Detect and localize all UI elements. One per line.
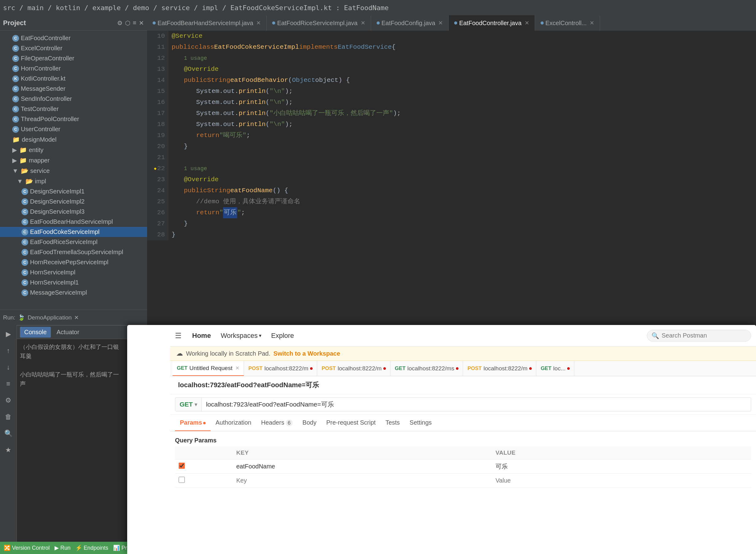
sidebar-item-eatfoodbearhandserviceimpl[interactable]: C EatFoodBearHandServiceImpl: [0, 217, 147, 227]
sidebar-collapse-icon[interactable]: ≡: [133, 19, 136, 26]
ide-filetab-2[interactable]: EatFoodConfig.java ✕: [371, 15, 449, 31]
new-row-value-cell[interactable]: [492, 474, 751, 488]
pm-req-tab-3[interactable]: GET localhost:8222/ms: [390, 361, 463, 376]
icon-settings[interactable]: ⚙: [2, 394, 14, 406]
pm-req-tab-4[interactable]: POST localhost:8222/m: [463, 361, 536, 376]
ide-filetab-0[interactable]: EatFoodBearHandServiceImpl.java ✕: [147, 15, 267, 31]
new-row-checkbox[interactable]: [179, 477, 185, 483]
pm-inner-tab-params[interactable]: Params: [175, 415, 210, 431]
sidebar-item-eatfoodcokeserviceimpl[interactable]: C EatFoodCokeServiceImpl: [0, 227, 147, 237]
table-row-new: [175, 474, 751, 488]
pm-inner-tab-prerequest[interactable]: Pre-request Script: [321, 415, 381, 431]
sidebar-item-designmodel[interactable]: 📁 designModel: [0, 134, 147, 145]
sidebar-item-service[interactable]: ▼📂 service: [0, 166, 147, 176]
class-icon: C: [12, 126, 19, 133]
pm-req-tab-5[interactable]: GET loc...: [536, 361, 574, 376]
search-input[interactable]: [662, 332, 747, 339]
ide-filetab-4[interactable]: ExcelControll... ✕: [535, 15, 600, 31]
code-area: 10 11 12 13 14 15 16 17 18 19 20 21 ◆22 …: [147, 31, 756, 240]
pm-method-select[interactable]: GET ▾: [175, 397, 202, 411]
sidebar-item-threadpoolcontroller[interactable]: C ThreadPoolController: [0, 114, 147, 124]
sidebar-item-messagesender[interactable]: C MessageSender: [0, 84, 147, 94]
console-tab-console[interactable]: Console: [20, 327, 51, 338]
sidebar-item-designserviceimpl1[interactable]: C DesignServiceImpl1: [0, 186, 147, 197]
sidebar-item-testcontroller[interactable]: C TestController: [0, 104, 147, 114]
pm-inner-tab-tests[interactable]: Tests: [381, 415, 405, 431]
row-key-cell[interactable]: [233, 459, 492, 474]
new-row-checkbox-cell[interactable]: [175, 474, 233, 488]
pm-req-tab-1[interactable]: POST localhost:8222/m: [244, 361, 317, 376]
postman-search[interactable]: 🔍: [647, 330, 751, 341]
sidebar-item-designserviceimpl2[interactable]: C DesignServiceImpl2: [0, 197, 147, 207]
unsaved-dot: [567, 367, 570, 370]
banner-switch-link[interactable]: Switch to a Workspace: [273, 350, 340, 357]
pm-inner-tab-body[interactable]: Body: [298, 415, 321, 431]
tab-close-icon[interactable]: ✕: [235, 365, 239, 371]
pm-url-input[interactable]: [202, 397, 751, 411]
pm-req-tab-2[interactable]: POST localhost:8222/m: [317, 361, 390, 376]
sidebar-item-sendinfocontroller[interactable]: C SendInfoController: [0, 94, 147, 104]
code-line-20: }: [172, 141, 753, 152]
row-checkbox[interactable]: [179, 463, 185, 469]
param-key-input[interactable]: [236, 463, 488, 470]
icon-list[interactable]: ≡: [2, 378, 14, 390]
pm-inner-tab-headers[interactable]: Headers6: [256, 415, 298, 431]
sidebar-item-excelcontroller[interactable]: C ExcelController: [0, 43, 147, 53]
new-param-key-input[interactable]: [236, 477, 488, 484]
icon-trash[interactable]: 🗑: [2, 411, 14, 423]
icon-down[interactable]: ↓: [2, 361, 14, 374]
icon-up[interactable]: ↑: [2, 345, 14, 357]
sidebar-settings-icon[interactable]: ⚙: [117, 19, 123, 27]
sidebar-item-designserviceimpl3[interactable]: C DesignServiceImpl3: [0, 207, 147, 217]
method-label: POST: [467, 366, 482, 372]
class-icon: C: [21, 229, 28, 235]
sidebar-item-entity[interactable]: ▶📁 entity: [0, 145, 147, 155]
sidebar-item-eatfoodriceserviceimpl[interactable]: C EatFoodRiceServiceImpl: [0, 237, 147, 247]
pm-inner-tab-authorization[interactable]: Authorization: [210, 415, 256, 431]
tab-close-1[interactable]: ✕: [361, 20, 365, 26]
icon-search[interactable]: 🔍: [2, 427, 14, 440]
class-icon: C: [21, 188, 28, 195]
pm-inner-tab-settings[interactable]: Settings: [405, 415, 437, 431]
pm-nav-home[interactable]: Home: [188, 329, 215, 342]
new-row-key-cell[interactable]: [233, 474, 492, 488]
sidebar-item-messageserviceimpl[interactable]: C MessageServiceImpl: [0, 288, 147, 298]
run-app-close[interactable]: ✕: [74, 314, 79, 321]
tab-close-3[interactable]: ✕: [525, 20, 529, 26]
pm-menu-icon[interactable]: ☰: [175, 331, 182, 340]
sidebar-item-fileoperacontroller[interactable]: C FileOperaController: [0, 53, 147, 63]
sidebar-item-hornreceivepepserviceimpl[interactable]: C HornReceivePepServiceImpl: [0, 257, 147, 267]
ide-filetab-1[interactable]: EatFoodRiceServiceImpl.java ✕: [267, 15, 371, 31]
tab-label: localhost:8222/m: [264, 365, 309, 372]
sidebar-item-mapper[interactable]: ▶📁 mapper: [0, 155, 147, 166]
sidebar-item-hornserviceimpl[interactable]: C HornServiceImpl: [0, 267, 147, 277]
row-value-cell[interactable]: [492, 459, 751, 474]
sidebar-item-horncontroller[interactable]: C HornController: [0, 63, 147, 73]
sidebar-expand-icon[interactable]: ⬡: [125, 19, 130, 27]
icon-run[interactable]: ▶: [2, 328, 14, 340]
row-checkbox-cell[interactable]: [175, 459, 233, 474]
expand-icon: ▶: [12, 146, 17, 154]
status-version-control[interactable]: 🔀 Version Control: [4, 545, 50, 551]
pm-nav-workspaces[interactable]: Workspaces ▾: [216, 329, 266, 342]
new-param-value-input[interactable]: [496, 477, 747, 484]
console-tab-actuator[interactable]: Actuator: [52, 327, 83, 338]
param-value-input[interactable]: [496, 463, 747, 470]
status-endpoints[interactable]: ⚡ Endpoints: [75, 545, 108, 551]
tab-close-0[interactable]: ✕: [256, 20, 261, 26]
status-run[interactable]: ▶ Run: [55, 545, 70, 551]
sidebar-item-usercontroller[interactable]: C UserController: [0, 124, 147, 134]
sidebar-item-hornserviceimpl1[interactable]: C HornServiceImpl1: [0, 277, 147, 288]
sidebar-close-icon[interactable]: ✕: [139, 19, 144, 27]
sidebar-item-impl[interactable]: ▼📂 impl: [0, 176, 147, 186]
tab-close-2[interactable]: ✕: [438, 20, 443, 26]
tab-close-4[interactable]: ✕: [589, 20, 594, 26]
icon-star[interactable]: ★: [2, 444, 14, 456]
class-icon: C: [21, 219, 28, 225]
pm-nav-explore[interactable]: Explore: [267, 329, 299, 342]
ide-filetab-3[interactable]: EatFoodController.java ✕: [449, 15, 535, 31]
sidebar-item-eatfoodtremellasoupserviceimpl[interactable]: C EatFoodTremellaSoupServiceImpl: [0, 247, 147, 257]
sidebar-item-eatfoodcontroller[interactable]: C EatFoodController: [0, 33, 147, 43]
sidebar-item-kotlincontroller[interactable]: K KotliController.kt: [0, 73, 147, 84]
pm-req-tab-0[interactable]: GET Untitled Request ✕: [173, 361, 244, 376]
